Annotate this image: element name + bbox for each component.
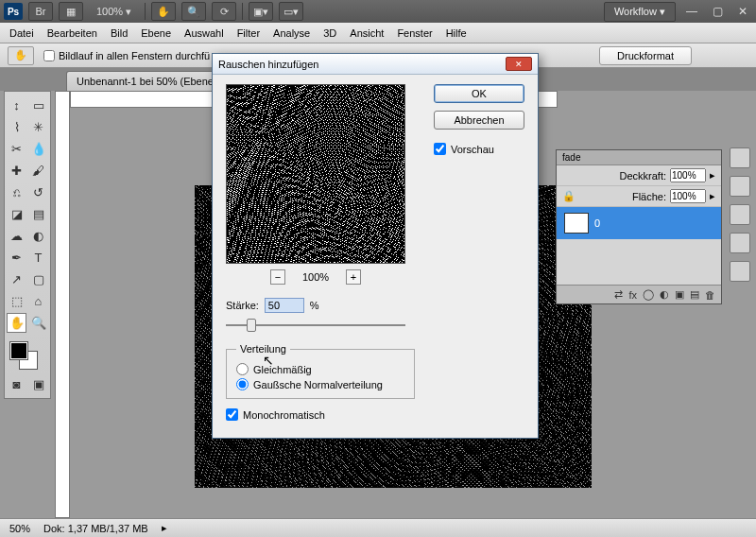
close-icon[interactable]: ✕ xyxy=(733,5,752,18)
slider-thumb[interactable] xyxy=(247,319,256,332)
chevron-icon[interactable]: ▸ xyxy=(710,190,715,202)
menu-ansicht[interactable]: Ansicht xyxy=(350,27,384,39)
foreground-color-swatch[interactable] xyxy=(10,342,27,359)
menu-fenster[interactable]: Fenster xyxy=(397,27,432,39)
fill-field[interactable] xyxy=(670,189,706,203)
dock-channels-icon[interactable] xyxy=(730,176,750,197)
menu-hilfe[interactable]: Hilfe xyxy=(446,27,467,39)
3d-camera-tool[interactable]: ⌂ xyxy=(28,291,48,311)
menu-bild[interactable]: Bild xyxy=(111,27,128,39)
amount-unit: % xyxy=(310,300,319,311)
new-layer-icon[interactable]: ▤ xyxy=(690,288,699,301)
lock-icon[interactable]: 🔒 xyxy=(562,190,576,202)
zoom-select[interactable]: 100% ▾ xyxy=(89,6,139,18)
bridge-button[interactable]: Br xyxy=(28,2,53,21)
blur-tool[interactable]: ☁ xyxy=(7,226,26,246)
color-swatches[interactable] xyxy=(7,338,48,372)
dodge-tool[interactable]: ◐ xyxy=(28,226,48,246)
ok-button[interactable]: OK xyxy=(434,84,524,103)
uniform-label: Gleichmäßig xyxy=(253,364,312,375)
maximize-icon[interactable]: ▢ xyxy=(708,5,728,18)
preview-checkbox[interactable]: Vorschau xyxy=(434,143,524,155)
fx-icon[interactable]: fx xyxy=(628,289,637,301)
scroll-all-checkbox[interactable]: Bildlauf in allen Fenstern durchfü xyxy=(43,50,210,61)
distribution-legend: Verteilung xyxy=(236,343,290,355)
dialog-titlebar[interactable]: Rauschen hinzufügen ✕ xyxy=(213,54,538,75)
amount-field[interactable] xyxy=(265,298,304,313)
noise-preview[interactable] xyxy=(226,84,405,264)
shape-tool[interactable]: ▢ xyxy=(28,269,48,289)
layer-thumbnail xyxy=(564,213,589,234)
status-zoom[interactable]: 50% xyxy=(9,523,30,534)
dock-paths-icon[interactable] xyxy=(730,204,750,225)
amount-slider[interactable] xyxy=(226,319,405,332)
heal-tool[interactable]: ✚ xyxy=(7,161,26,181)
hand-tool[interactable]: ✋ xyxy=(7,313,26,333)
type-tool[interactable]: T xyxy=(28,248,48,268)
brush-tool[interactable]: 🖌 xyxy=(28,161,48,181)
gradient-tool[interactable]: ▤ xyxy=(28,204,48,224)
folder-icon[interactable]: ▣ xyxy=(675,288,684,301)
pen-tool[interactable]: ✒ xyxy=(7,248,26,268)
workspace-picker[interactable]: Workflow ▾ xyxy=(604,2,676,22)
adjustment-icon[interactable]: ◐ xyxy=(660,288,669,301)
lasso-tool[interactable]: ⌇ xyxy=(7,117,26,137)
dock-layers-icon[interactable] xyxy=(730,147,750,168)
rotate-quick[interactable]: ⟳ xyxy=(212,2,236,21)
document-tab[interactable]: Unbenannt-1 bei 50% (Ebene xyxy=(66,71,224,91)
gaussian-radio[interactable]: Gaußsche Normalverteilung xyxy=(236,378,404,390)
screen-mode-button[interactable]: ▭▾ xyxy=(279,2,303,21)
layers-panel: fade Deckkraft: ▸ 🔒 Fläche: ▸ 0 ⇄ fx ◯ ◐… xyxy=(556,149,722,304)
ruler-vertical xyxy=(55,91,70,518)
eraser-tool[interactable]: ◪ xyxy=(7,204,26,224)
quickmask-toggle[interactable]: ◙ xyxy=(7,374,26,394)
screenmode-toggle[interactable]: ▣ xyxy=(28,374,48,394)
monochromatic-checkbox[interactable]: Monochromatisch xyxy=(226,408,524,421)
stamp-tool[interactable]: ⎌ xyxy=(7,182,26,202)
status-docsize: Dok: 1,37 MB/1,37 MB xyxy=(43,523,148,534)
opacity-field[interactable] xyxy=(670,168,706,182)
menu-analyse[interactable]: Analyse xyxy=(273,27,310,39)
menu-auswahl[interactable]: Auswahl xyxy=(184,27,224,39)
uniform-radio[interactable]: Gleichmäßig xyxy=(236,363,404,375)
zoom-in-button[interactable]: + xyxy=(346,269,361,285)
menu-bar: Datei Bearbeiten Bild Ebene Auswahl Filt… xyxy=(0,23,756,43)
hand-quick[interactable]: ✋ xyxy=(151,2,176,21)
cancel-button[interactable]: Abbrechen xyxy=(434,111,524,130)
crop-tool[interactable]: ✂ xyxy=(7,139,26,159)
gaussian-label: Gaußsche Normalverteilung xyxy=(253,379,383,390)
print-format-button[interactable]: Druckformat xyxy=(599,46,692,65)
scroll-all-label: Bildlauf in allen Fenstern durchfü xyxy=(59,50,210,61)
marquee-tool[interactable]: ▭ xyxy=(28,95,48,115)
dock-styles-icon[interactable] xyxy=(730,261,750,282)
monochromatic-label: Monochromatisch xyxy=(243,409,325,421)
layer-row-active[interactable]: 0 xyxy=(557,207,721,239)
current-tool-icon[interactable]: ✋ xyxy=(8,46,34,65)
zoom-tool[interactable]: 🔍 xyxy=(28,313,48,333)
delete-icon[interactable]: 🗑 xyxy=(705,289,715,301)
minimize-icon[interactable]: — xyxy=(681,5,702,18)
move-tool[interactable]: ↕ xyxy=(7,95,26,115)
link-icon[interactable]: ⇄ xyxy=(614,288,623,301)
chevron-icon[interactable]: ▸ xyxy=(710,169,715,182)
zoom-out-button[interactable]: − xyxy=(270,269,285,285)
layers-panel-tab[interactable]: fade xyxy=(557,150,721,165)
menu-3d[interactable]: 3D xyxy=(323,27,336,39)
menu-bearbeiten[interactable]: Bearbeiten xyxy=(47,27,97,39)
layers-panel-footer: ⇄ fx ◯ ◐ ▣ ▤ 🗑 xyxy=(557,285,721,303)
menu-datei[interactable]: Datei xyxy=(9,27,34,39)
zoom-quick[interactable]: 🔍 xyxy=(181,2,206,21)
chevron-right-icon[interactable]: ▸ xyxy=(162,522,167,534)
layout-button[interactable]: ▦ xyxy=(59,2,83,21)
menu-ebene[interactable]: Ebene xyxy=(141,27,171,39)
history-brush-tool[interactable]: ↺ xyxy=(28,182,48,202)
arrange-button[interactable]: ▣▾ xyxy=(249,2,273,21)
menu-filter[interactable]: Filter xyxy=(237,27,260,39)
wand-tool[interactable]: ✳ xyxy=(28,117,48,137)
eyedropper-tool[interactable]: 💧 xyxy=(28,139,48,159)
mask-icon[interactable]: ◯ xyxy=(643,288,654,301)
3d-tool[interactable]: ⬚ xyxy=(7,291,26,311)
dialog-close-button[interactable]: ✕ xyxy=(506,57,532,71)
dock-adjust-icon[interactable] xyxy=(730,233,750,253)
path-tool[interactable]: ↗ xyxy=(7,269,26,289)
